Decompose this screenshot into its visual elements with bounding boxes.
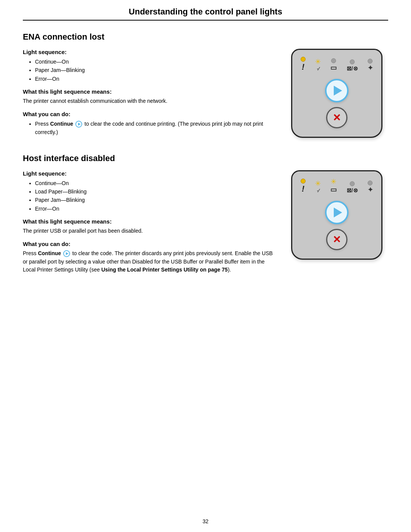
- play-arrow-icon-2: [334, 208, 342, 217]
- x-mark-icon-2: ✕: [333, 235, 341, 244]
- led-error: [368, 59, 373, 64]
- toner-light: ⊠/⊗: [347, 59, 358, 71]
- continue-icon-inline: [75, 121, 82, 128]
- led-paperjam: [331, 58, 336, 63]
- section1-cando-list: Press Continue to clear the code and con…: [23, 120, 274, 137]
- stop-button-2[interactable]: ✕: [326, 229, 347, 250]
- continue-button-2[interactable]: [325, 201, 349, 224]
- section2-cando-bold: Continue: [38, 250, 61, 256]
- section2: Host interface disabled Light sequence: …: [23, 153, 388, 291]
- toner-icon-2: ⊠/⊗: [347, 187, 358, 193]
- continue-icon-inline-2: [63, 250, 70, 257]
- section2-title: Host interface disabled: [23, 153, 388, 163]
- led-toner-2: [350, 181, 355, 186]
- section1-cando-pre: Press Continue to clear the code and con…: [35, 121, 263, 135]
- stop-button-1[interactable]: ✕: [326, 107, 347, 128]
- page-title: Understanding the control panel lights: [23, 7, 388, 17]
- led-continue-2: [301, 179, 306, 184]
- led-toner: [350, 59, 355, 64]
- exclamation-icon-2: !: [302, 185, 304, 193]
- page-container: Understanding the control panel lights E…: [0, 0, 411, 532]
- play-arrow-icon: [334, 86, 342, 96]
- error-light-2: ✦: [368, 181, 373, 193]
- section1-row: Light sequence: Continue—On Paper Jam—Bl…: [23, 49, 388, 138]
- continue-button-1[interactable]: [325, 79, 349, 102]
- btn-row-2: ✕: [325, 201, 349, 250]
- continue-light: !: [301, 57, 306, 71]
- section2-cando-bold2: Using the Local Printer Settings Utility…: [101, 267, 228, 273]
- section1-panel: ! ✳ ·∕ ▭: [285, 49, 388, 138]
- section1-title: ENA connection lost: [23, 32, 388, 42]
- led-error-2: [368, 181, 373, 185]
- section1-text: Light sequence: Continue—On Paper Jam—Bl…: [23, 49, 274, 138]
- section2-panel: ! ✳ ·∕ ✳ ▭: [285, 170, 388, 276]
- dot-wave-icon-2: ·∕: [317, 188, 319, 193]
- section1-cando-bold: Continue: [50, 121, 73, 127]
- x-mark-icon: ✕: [333, 113, 341, 123]
- paper-icon: ▭: [330, 64, 337, 71]
- section2-cando-text: Press Continue to clear the code. The pr…: [23, 249, 274, 274]
- continue-light-2: !: [301, 179, 306, 193]
- section1-cando-heading: What you can do:: [23, 111, 274, 117]
- light-row-2: ! ✳ ·∕ ✳ ▭: [299, 178, 374, 193]
- list-item: Continue—On: [35, 179, 274, 187]
- starburst-paperjam-2: ✳: [331, 178, 336, 185]
- section2-row: Light sequence: Continue—On Load Paper—B…: [23, 170, 388, 276]
- list-item: Paper Jam—Blinking: [35, 196, 274, 204]
- paper-jam-light-2: ✳ ▭: [330, 178, 337, 193]
- paper-icon-2: ▭: [330, 186, 337, 193]
- printer-panel-1: ! ✳ ·∕ ▭: [291, 49, 382, 138]
- load-paper-light-2: ✳ ·∕: [315, 180, 321, 193]
- starburst-icon: ✳: [315, 58, 321, 65]
- section1-means-heading: What this light sequence means:: [23, 88, 274, 95]
- led-continue: [301, 57, 306, 62]
- toner-icon: ⊠/⊗: [347, 66, 358, 71]
- page-header: Understanding the control panel lights: [23, 0, 388, 21]
- list-item: Paper Jam—Blinking: [35, 66, 274, 74]
- dot-wave-icon: ·∕: [317, 66, 319, 71]
- error-light: ✦: [368, 59, 373, 71]
- light-row-1: ! ✳ ·∕ ▭: [299, 57, 374, 71]
- section2-cando-heading: What you can do:: [23, 241, 274, 247]
- exclamation-icon: !: [302, 63, 304, 71]
- sun-icon: ✦: [368, 65, 373, 71]
- list-item: Press Continue to clear the code and con…: [35, 120, 274, 137]
- paper-jam-light: ▭: [330, 58, 337, 71]
- section2-means-text: The printer USB or parallel port has bee…: [23, 227, 274, 235]
- btn-row-1: ✕: [325, 79, 349, 128]
- play-icon-2: [66, 252, 68, 255]
- printer-panel-2: ! ✳ ·∕ ✳ ▭: [291, 170, 382, 260]
- page-number: 32: [23, 507, 388, 532]
- toner-light-2: ⊠/⊗: [347, 181, 358, 193]
- load-paper-light: ✳ ·∕: [315, 58, 321, 71]
- section2-light-seq-heading: Light sequence:: [23, 170, 274, 177]
- list-item: Error—On: [35, 75, 274, 83]
- play-icon: [78, 123, 81, 126]
- section2-light-seq-list: Continue—On Load Paper—Blinking Paper Ja…: [23, 179, 274, 213]
- section1: ENA connection lost Light sequence: Cont…: [23, 32, 388, 153]
- section2-text: Light sequence: Continue—On Load Paper—B…: [23, 170, 274, 276]
- list-item: Load Paper—Blinking: [35, 187, 274, 196]
- sun-icon-2: ✦: [368, 187, 373, 193]
- list-item: Error—On: [35, 204, 274, 213]
- section1-light-seq-heading: Light sequence:: [23, 49, 274, 55]
- starburst-icon-2: ✳: [315, 180, 321, 187]
- section1-means-text: The printer cannot establish communicati…: [23, 97, 274, 105]
- section1-light-seq-list: Continue—On Paper Jam—Blinking Error—On: [23, 58, 274, 83]
- section2-means-heading: What this light sequence means:: [23, 218, 274, 225]
- list-item: Continue—On: [35, 58, 274, 66]
